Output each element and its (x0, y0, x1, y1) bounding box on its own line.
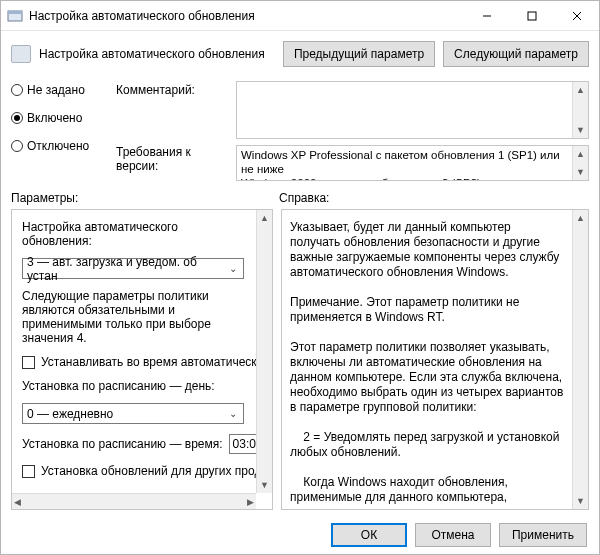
minimize-button[interactable] (464, 1, 509, 31)
params-note: Следующие параметры политики являются об… (22, 289, 246, 345)
scroll-up-icon: ▲ (576, 146, 585, 162)
kv-labels: Комментарий: Требования к версии: (116, 81, 226, 181)
scroll-right-icon: ▶ (247, 494, 254, 510)
sched-day-label: Установка по расписанию — день: (22, 379, 246, 393)
scroll-up-icon: ▲ (260, 210, 269, 226)
radio-label: Не задано (27, 83, 85, 97)
config-select[interactable]: 3 — авт. загрузка и уведом. об устан ⌄ (22, 258, 244, 279)
scroll-down-icon: ▼ (576, 164, 585, 180)
section-labels: Параметры: Справка: (1, 191, 599, 205)
help-panel: Указывает, будет ли данный компьютер пол… (281, 209, 589, 510)
scroll-down-icon: ▼ (260, 477, 269, 493)
window-title: Настройка автоматического обновления (29, 9, 464, 23)
requirements-label: Требования к версии: (116, 145, 226, 173)
requirements-text: Windows XP Professional с пакетом обновл… (236, 145, 589, 181)
header-row: Настройка автоматического обновления Пре… (1, 31, 599, 77)
state-radio-group: Не задано Включено Отключено (11, 81, 106, 181)
chevron-down-icon: ⌄ (225, 263, 241, 274)
scrollbar-vertical[interactable]: ▲ ▼ (572, 146, 588, 180)
scrollbar-vertical[interactable]: ▲ ▼ (256, 210, 272, 493)
svg-rect-1 (8, 11, 22, 14)
cancel-button[interactable]: Отмена (415, 523, 491, 547)
policy-icon (11, 45, 31, 63)
scroll-up-icon: ▲ (576, 82, 585, 98)
other-ms-checkbox-label: Установка обновлений для других продукто… (41, 464, 256, 478)
radio-label: Включено (27, 111, 82, 125)
help-text: Указывает, будет ли данный компьютер пол… (282, 210, 572, 509)
params-content: Настройка автоматического обновления: 3 … (12, 210, 256, 493)
panels: Настройка автоматического обновления: 3 … (1, 205, 599, 516)
scroll-down-icon: ▼ (576, 493, 585, 509)
titlebar: Настройка автоматического обновления (1, 1, 599, 31)
app-icon (7, 8, 23, 24)
params-panel: Настройка автоматического обновления: 3 … (11, 209, 273, 510)
policy-name: Настройка автоматического обновления (39, 47, 275, 61)
maximize-button[interactable] (509, 1, 554, 31)
chevron-down-icon: ⌄ (225, 408, 241, 419)
config-label: Настройка автоматического обновления: (22, 220, 246, 248)
sched-time-label: Установка по расписанию — время: (22, 437, 223, 451)
sched-time-input[interactable]: 03:00 (229, 434, 256, 454)
sched-day-select[interactable]: 0 — ежедневно ⌄ (22, 403, 244, 424)
radio-enabled[interactable]: Включено (11, 111, 106, 125)
sched-day-value: 0 — ежедневно (27, 407, 113, 421)
scroll-left-icon: ◀ (14, 494, 21, 510)
other-ms-checkbox-row[interactable]: Установка обновлений для других продукто… (22, 464, 246, 478)
radio-not-configured[interactable]: Не задано (11, 83, 106, 97)
scrollbar-vertical[interactable]: ▲ ▼ (572, 82, 588, 138)
help-heading: Справка: (279, 191, 589, 205)
radio-label: Отключено (27, 139, 89, 153)
scrollbar-vertical[interactable]: ▲ ▼ (572, 210, 588, 509)
radio-disabled[interactable]: Отключено (11, 139, 106, 153)
kv-values: ▲ ▼ Windows XP Professional с пакетом об… (236, 81, 589, 181)
apply-button[interactable]: Применить (499, 523, 587, 547)
upper-section: Не задано Включено Отключено Комментарий… (1, 77, 599, 191)
maintenance-checkbox-label: Устанавливать во время автоматического о… (41, 355, 256, 369)
scroll-up-icon: ▲ (576, 210, 585, 226)
sched-time-value: 03:00 (233, 437, 256, 451)
close-button[interactable] (554, 1, 599, 31)
dialog-footer: ОК Отмена Применить (1, 516, 599, 554)
scrollbar-horizontal[interactable]: ◀ ▶ (12, 493, 256, 509)
maintenance-checkbox-row[interactable]: Устанавливать во время автоматического о… (22, 355, 246, 369)
comment-label: Комментарий: (116, 83, 226, 97)
scroll-down-icon: ▼ (576, 122, 585, 138)
window-controls (464, 1, 599, 31)
config-select-value: 3 — авт. загрузка и уведом. об устан (27, 255, 225, 283)
checkbox-icon (22, 465, 35, 478)
svg-rect-3 (528, 12, 536, 20)
policy-editor-window: Настройка автоматического обновления Нас… (0, 0, 600, 555)
params-heading: Параметры: (11, 191, 279, 205)
ok-button[interactable]: ОК (331, 523, 407, 547)
requirements-value: Windows XP Professional с пакетом обновл… (241, 149, 560, 181)
comment-textarea[interactable]: ▲ ▼ (236, 81, 589, 139)
next-setting-button[interactable]: Следующий параметр (443, 41, 589, 67)
sched-time-row: Установка по расписанию — время: 03:00 (22, 434, 246, 454)
prev-setting-button[interactable]: Предыдущий параметр (283, 41, 435, 67)
checkbox-icon (22, 356, 35, 369)
